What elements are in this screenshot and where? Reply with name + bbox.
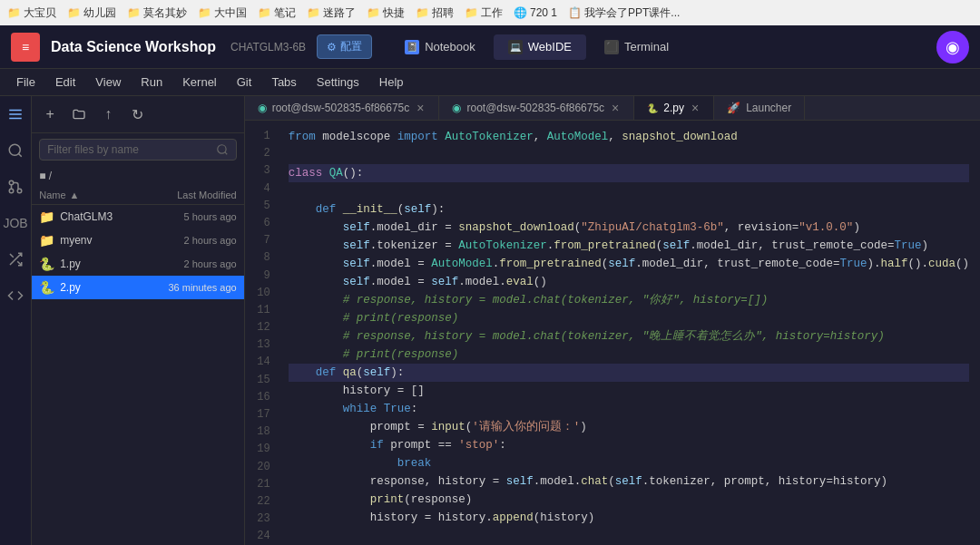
folder-icon: 📁 <box>307 6 320 19</box>
bookmarks-bar: 📁 大宝贝 📁 幼儿园 📁 莫名其妙 📁 大中国 📁 笔记 📁 迷路了 📁 快捷… <box>0 0 980 25</box>
bookmark-label: 招聘 <box>432 5 454 21</box>
bookmark-label: 大宝贝 <box>24 5 56 21</box>
tab-close-button[interactable]: × <box>690 102 701 114</box>
tab-terminal[interactable]: ⬛ Terminal <box>590 34 683 60</box>
sidebar-extensions-icon[interactable] <box>5 248 26 270</box>
svg-point-3 <box>9 189 14 193</box>
main-content: JOB + ↑ ↻ <box>0 96 980 545</box>
file-item-chatglm3[interactable]: 📁 ChatGLM3 5 hours ago <box>32 205 243 229</box>
tabs-bar: ◉ root@dsw-502835-6f86675c × ◉ root@dsw-… <box>245 96 980 121</box>
file-item-2py[interactable]: 🐍 2.py 36 minutes ago <box>32 276 243 299</box>
sidebar-code-icon[interactable] <box>5 285 26 307</box>
bookmark-720[interactable]: 🌐 720 1 <box>514 6 557 19</box>
editor-tab-launcher[interactable]: 🚀 Launcher <box>714 96 805 120</box>
bookmark-label: 笔记 <box>274 5 296 21</box>
user-avatar[interactable]: ◉ <box>936 31 969 63</box>
bookmark-biji[interactable]: 📁 笔记 <box>258 5 296 21</box>
code-line-18: if prompt == 'stop': <box>289 436 969 454</box>
code-line-15: history = [] <box>289 382 969 400</box>
app-subtitle: CHATGLM3-6B <box>230 41 306 54</box>
launcher-tab-icon: 🚀 <box>727 102 740 114</box>
upload-button[interactable]: ↑ <box>97 103 119 125</box>
tab-label: 2.py <box>663 102 684 114</box>
tab-notebook-label: Notebook <box>425 40 475 54</box>
bookmark-zhaopin[interactable]: 📁 招聘 <box>416 5 454 21</box>
bookmark-milu[interactable]: 📁 迷路了 <box>307 5 356 21</box>
folder-icon: 📁 <box>67 6 81 19</box>
menu-help[interactable]: Help <box>370 72 413 92</box>
menu-settings[interactable]: Settings <box>308 72 368 92</box>
search-box[interactable] <box>39 139 236 161</box>
web-icon: 🌐 <box>514 6 527 19</box>
bookmark-dazg[interactable]: 📁 大中国 <box>198 5 247 21</box>
bookmark-label: 工作 <box>481 5 503 21</box>
webide-icon: 💻 <box>508 40 523 54</box>
file-name: 1.py <box>60 258 131 270</box>
col-name-header[interactable]: Name ▲ <box>39 190 136 200</box>
new-folder-button[interactable] <box>68 103 90 125</box>
menu-git[interactable]: Git <box>228 72 261 92</box>
bookmark-kuaijie[interactable]: 📁 快捷 <box>367 5 405 21</box>
bookmark-dabao[interactable]: 📁 大宝贝 <box>7 5 56 21</box>
code-line-8: self.model = AutoModel.from_pretrained(s… <box>289 255 969 273</box>
sidebar-jobs-icon[interactable]: JOB <box>5 212 26 234</box>
editor-tab-terminal2[interactable]: ◉ root@dsw-502835-6f86675c × <box>439 96 634 120</box>
bookmark-label: 幼儿园 <box>83 5 116 21</box>
code-line-16: while True: <box>289 400 969 418</box>
code-line-9: self.model = self.model.eval() <box>289 273 969 291</box>
code-line-4 <box>289 182 969 200</box>
editor-tab-2py[interactable]: 🐍 2.py × <box>634 96 714 120</box>
tab-label: root@dsw-502835-6f86675c <box>466 102 604 114</box>
menu-run[interactable]: Run <box>132 72 172 92</box>
bookmark-woxuehui[interactable]: 📋 我学会了PPT课件... <box>568 5 680 21</box>
tab-close-button[interactable]: × <box>415 102 426 114</box>
app-title: Data Science Workshop <box>51 39 216 55</box>
sidebar-search-icon[interactable] <box>5 140 26 161</box>
menu-edit[interactable]: Edit <box>46 72 84 92</box>
svg-point-0 <box>9 144 20 155</box>
menu-bar: File Edit View Run Kernel Git Tabs Setti… <box>0 69 980 96</box>
sidebar-git-icon[interactable] <box>5 176 26 198</box>
python-active-icon: 🐍 <box>39 280 54 295</box>
code-line-2 <box>289 146 969 164</box>
folder-icon: 📁 <box>367 6 380 19</box>
bookmark-moming[interactable]: 📁 莫名其妙 <box>127 5 187 21</box>
tab-close-button[interactable]: × <box>610 102 621 114</box>
menu-tabs[interactable]: Tabs <box>262 72 305 92</box>
folder-icon: 📁 <box>7 6 21 19</box>
editor-area: ◉ root@dsw-502835-6f86675c × ◉ root@dsw-… <box>245 96 980 545</box>
code-line-13: # print(response) <box>289 345 969 364</box>
config-button[interactable]: ⚙ 配置 <box>317 34 372 59</box>
new-file-button[interactable]: + <box>39 103 61 125</box>
file-item-myenv[interactable]: 📁 myenv 2 hours ago <box>32 229 243 252</box>
tab-webide-label: WebIDE <box>528 40 572 54</box>
notebook-icon: 📓 <box>405 40 419 54</box>
tab-terminal-label: Terminal <box>624 40 669 54</box>
folder-icon: 📁 <box>39 233 54 248</box>
code-content[interactable]: from modelscope import AutoTokenizer, Au… <box>278 121 980 545</box>
bookmark-youeryuan[interactable]: 📁 幼儿园 <box>67 5 116 21</box>
sidebar-files-icon[interactable] <box>5 103 26 125</box>
tab-webide[interactable]: 💻 WebIDE <box>494 34 586 60</box>
refresh-button[interactable]: ↻ <box>126 103 148 125</box>
bookmark-label: 莫名其妙 <box>143 5 187 21</box>
code-line-19: break <box>289 454 969 472</box>
menu-file[interactable]: File <box>7 72 44 92</box>
code-line-6: self.model_dir = snapshot_download("Zhip… <box>289 219 969 237</box>
editor-tab-terminal1[interactable]: ◉ root@dsw-502835-6f86675c × <box>245 96 440 120</box>
tab-notebook[interactable]: 📓 Notebook <box>390 34 490 60</box>
svg-point-1 <box>17 189 22 193</box>
menu-kernel[interactable]: Kernel <box>173 72 226 92</box>
menu-view[interactable]: View <box>86 72 130 92</box>
terminal-tab-icon: ◉ <box>452 102 461 114</box>
folder-icon: 📁 <box>198 6 211 19</box>
bookmark-label: 我学会了PPT课件... <box>584 5 680 21</box>
code-line-20: response, history = self.model.chat(self… <box>289 472 969 491</box>
file-item-1py[interactable]: 🐍 1.py 2 hours ago <box>32 252 243 276</box>
file-modified: 2 hours ago <box>137 258 237 269</box>
file-list: 📁 ChatGLM3 5 hours ago 📁 myenv 2 hours a… <box>32 205 243 545</box>
bookmark-gongzuo[interactable]: 📁 工作 <box>465 5 503 21</box>
search-input[interactable] <box>47 143 210 156</box>
config-label: 配置 <box>340 39 362 54</box>
line-numbers: 12345 678910 1112131415 1617181920 21222… <box>245 121 278 545</box>
